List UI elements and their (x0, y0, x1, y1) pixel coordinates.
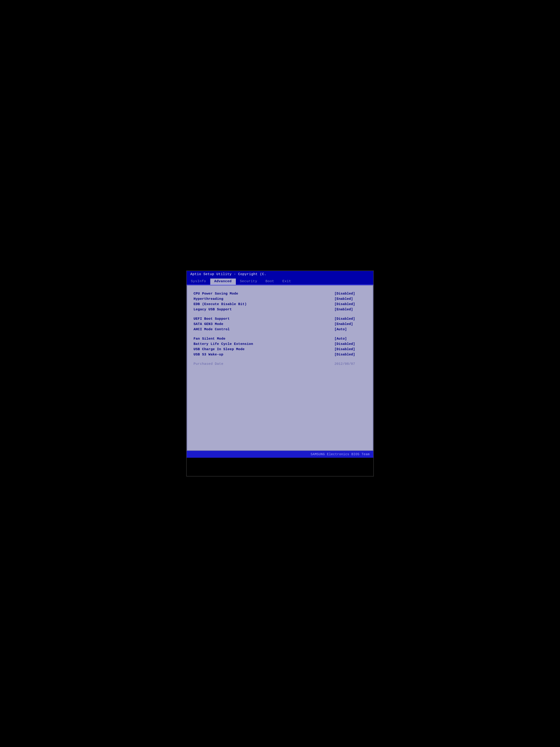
footer-text: SAMSUNG Electronics BIOS Team (311, 453, 370, 456)
menu-item-sysinfo[interactable]: SysInfo (187, 279, 210, 285)
setting-value: [Disabled] (330, 317, 367, 321)
setting-row[interactable]: Fan Silent Mode[Auto] (193, 336, 367, 341)
setting-value: 2012/08/07 (330, 362, 367, 366)
setting-row[interactable]: AHCI Mode Control[Auto] (193, 327, 367, 332)
setting-row[interactable]: Legacy USB Support[Enabled] (193, 307, 367, 312)
setting-row[interactable]: Purchased Date2012/08/07 (193, 361, 367, 367)
setting-row[interactable]: Battery Life Cycle Extension[Disabled] (193, 341, 367, 347)
setting-label: USB S3 Wake-up (193, 353, 330, 357)
settings-group-group1: CPU Power Saving Mode[Disabled]Hyperthre… (193, 291, 367, 312)
setting-label: Purchased Date (193, 362, 330, 366)
title-text: Aptio Setup Utility - Copyright (C. (190, 272, 267, 276)
settings-group-group3: Fan Silent Mode[Auto]Battery Life Cycle … (193, 336, 367, 357)
menu-bar: SysInfoAdvancedSecurityBootExit (187, 278, 373, 285)
setting-label: UEFI Boot Support (193, 317, 330, 321)
content-area: CPU Power Saving Mode[Disabled]Hyperthre… (187, 285, 373, 451)
bottom-bezel (187, 458, 373, 476)
setting-value: [Disabled] (330, 292, 367, 296)
setting-label: Legacy USB Support (193, 308, 330, 311)
footer-bar: SAMSUNG Electronics BIOS Team (187, 451, 373, 458)
setting-label: Battery Life Cycle Extension (193, 342, 330, 346)
setting-value: [Auto] (330, 337, 367, 341)
setting-value: [Disabled] (330, 342, 367, 346)
setting-row[interactable]: SATA GEN3 Mode[Enabled] (193, 321, 367, 327)
setting-label: USB Charge In Sleep Mode (193, 347, 330, 351)
setting-value: [Enabled] (330, 297, 367, 301)
menu-item-boot[interactable]: Boot (262, 279, 278, 285)
setting-row[interactable]: USB Charge In Sleep Mode[Disabled] (193, 347, 367, 352)
setting-row[interactable]: USB S3 Wake-up[Disabled] (193, 352, 367, 357)
setting-value: [Disabled] (330, 347, 367, 351)
setting-value: [Enabled] (330, 322, 367, 326)
setting-label: EDB (Execute Disable Bit) (193, 302, 330, 306)
setting-label: SATA GEN3 Mode (193, 322, 330, 326)
setting-label: AHCI Mode Control (193, 328, 330, 331)
setting-value: [Enabled] (330, 308, 367, 311)
setting-value: [Auto] (330, 328, 367, 331)
setting-row[interactable]: CPU Power Saving Mode[Disabled] (193, 291, 367, 297)
setting-value: [Disabled] (330, 353, 367, 357)
menu-item-security[interactable]: Security (236, 279, 262, 285)
bios-screen: Aptio Setup Utility - Copyright (C. SysI… (186, 271, 374, 476)
settings-group-group2: UEFI Boot Support[Disabled]SATA GEN3 Mod… (193, 316, 367, 332)
setting-label: Fan Silent Mode (193, 337, 330, 341)
settings-group-group4: Purchased Date2012/08/07 (193, 361, 367, 367)
setting-value: [Disabled] (330, 302, 367, 306)
setting-row[interactable]: Hyperthreading[Enabled] (193, 297, 367, 302)
setting-label: CPU Power Saving Mode (193, 292, 330, 296)
title-bar: Aptio Setup Utility - Copyright (C. (187, 271, 373, 278)
setting-label: Hyperthreading (193, 297, 330, 301)
menu-item-exit[interactable]: Exit (278, 279, 295, 285)
setting-row[interactable]: UEFI Boot Support[Disabled] (193, 316, 367, 321)
menu-item-advanced[interactable]: Advanced (210, 279, 236, 285)
setting-row[interactable]: EDB (Execute Disable Bit)[Disabled] (193, 302, 367, 307)
